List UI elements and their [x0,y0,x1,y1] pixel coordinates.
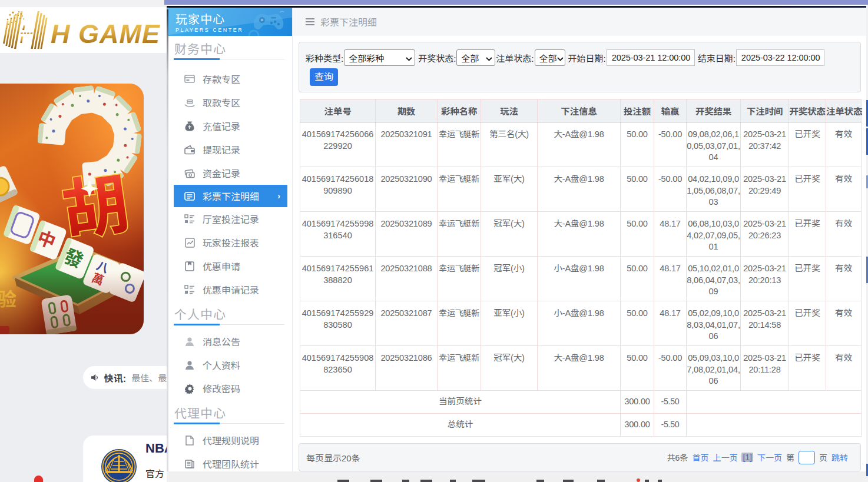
svg-text:NBA: NBA [145,441,167,456]
svg-text:H GAME: H GAME [51,19,161,49]
svg-text:胡: 胡 [56,150,134,254]
svg-text:官方: 官方 [145,469,164,479]
